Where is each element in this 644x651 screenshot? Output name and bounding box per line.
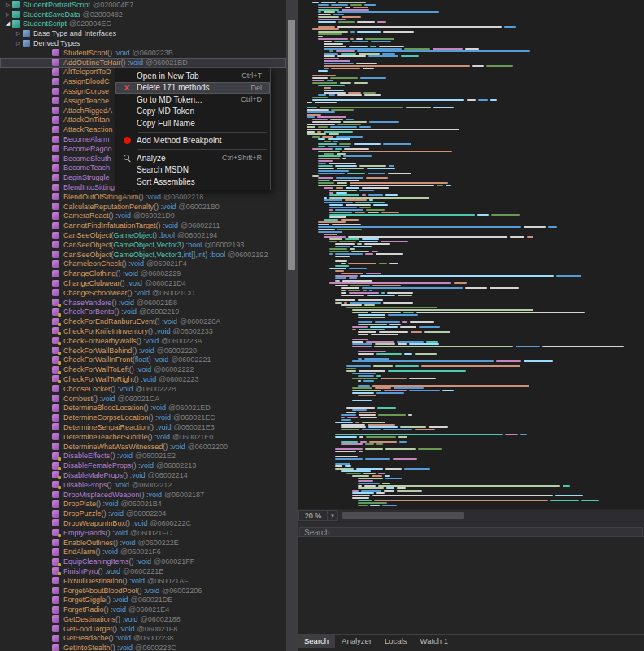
tree-item-method[interactable]: Combust() : void@060021CA bbox=[0, 394, 286, 404]
tree-item-method[interactable]: CheckForWallBehind() : void@06002220 bbox=[0, 346, 286, 356]
method-name: CalculateReputationPenalty bbox=[63, 203, 154, 211]
tree-scrollbar-thumb[interactable] bbox=[288, 20, 295, 270]
return-type: void bbox=[132, 471, 146, 479]
tree-item-class[interactable]: ▷StudentSaveData@02000482 bbox=[0, 10, 286, 20]
tree-item-group[interactable]: ▷Derived Types bbox=[0, 38, 286, 48]
private-lock-icon bbox=[58, 572, 61, 575]
code-hscrollbar-thumb[interactable] bbox=[342, 512, 464, 519]
collapse-icon[interactable]: ◢ bbox=[3, 20, 12, 27]
tree-item-method[interactable]: ForgetRadio() : void@060021E4 bbox=[0, 605, 286, 614]
tree-item-method[interactable]: ChangeClothing() : void@06002229 bbox=[0, 269, 286, 278]
tree-item-method[interactable]: GetFoodTarget() : void@060021F8 bbox=[0, 624, 286, 634]
tree-item-method[interactable]: DisableFemaleProps() : void@06002213 bbox=[0, 461, 286, 470]
tree-item-method[interactable]: DetermineTeacherSubtitle() : void@060021… bbox=[0, 432, 286, 442]
tree-item-method[interactable]: DropPlate() : void@060021B4 bbox=[0, 499, 286, 509]
tree-item-method[interactable]: DetermineWhatWasWitnessed() : void@06002… bbox=[0, 442, 286, 452]
paren: ) : bbox=[124, 59, 130, 67]
return-type: void bbox=[172, 443, 185, 451]
tree-item-method[interactable]: CheckForEndRanburuEvent() : void@0600220… bbox=[0, 317, 286, 326]
tree-item-method[interactable]: CheckForWallToRight() : void@06002223 bbox=[0, 374, 286, 384]
tree-item-method[interactable]: ChangeSchoolwear() : void@060021CD bbox=[0, 288, 286, 298]
tree-item-method[interactable]: ForgetAboutBloodPool() : void@06002206 bbox=[0, 586, 286, 596]
tree-item-class[interactable]: ◢StudentScript@020004EC bbox=[0, 20, 286, 29]
tab-locals[interactable]: Locals bbox=[378, 635, 413, 648]
menu-item-go-to-md-token-[interactable]: Go to MD Token...Ctrl+D bbox=[115, 94, 270, 106]
paren: ) : bbox=[115, 625, 121, 633]
tree-item-method[interactable]: FinishPyro() : void@0600221E bbox=[0, 566, 286, 576]
tree-item-method[interactable]: EndAlarm() : void@060021F6 bbox=[0, 547, 286, 557]
metadata-token: @06002218 bbox=[163, 193, 203, 201]
tree-item-method[interactable]: ChooseLocker() : void@0600222B bbox=[0, 384, 286, 394]
expand-icon[interactable]: ▷ bbox=[14, 30, 23, 37]
tree-item-method[interactable]: FixNullDestination() : void@060021AF bbox=[0, 576, 286, 586]
tree-item-method[interactable]: CheckForNearbyWalls() : void@0600223A bbox=[0, 336, 286, 346]
tree-item-method[interactable]: CheckForBento() : void@06002219 bbox=[0, 308, 286, 317]
zoom-level-control[interactable]: 20 % bbox=[298, 510, 328, 521]
method-icon bbox=[52, 308, 59, 316]
tab-watch-1[interactable]: Watch 1 bbox=[414, 635, 455, 648]
tree-item-method[interactable]: ForgetGiggle() : void@060021DE bbox=[0, 595, 286, 605]
code-horizontal-scrollbar[interactable] bbox=[339, 510, 644, 521]
menu-item-open-in-new-tab[interactable]: Open in New TabCtrl+T bbox=[115, 70, 270, 82]
tree-item-method[interactable]: GetIntoStealth() : void@0600223C bbox=[0, 643, 286, 651]
tab-analyzer[interactable]: Analyzer bbox=[335, 635, 378, 648]
tree-item-method[interactable]: CanSeeObject(GameObject) : bool@06002194 bbox=[0, 230, 286, 240]
metadata-token: @0600223A bbox=[161, 337, 202, 345]
tree-item-method[interactable]: StudentScript() : void@0600223B bbox=[0, 48, 286, 58]
tree-item-method[interactable]: DetermineBloodLocation() : void@060021ED bbox=[0, 403, 286, 413]
menu-item-copy-full-name[interactable]: Copy Full Name bbox=[115, 117, 270, 129]
menu-item-sort-assemblies[interactable]: Sort Assemblies bbox=[115, 176, 270, 188]
tree-item-method[interactable]: ChangeClubwear() : void@060021D4 bbox=[0, 278, 286, 288]
private-lock-icon bbox=[58, 476, 61, 479]
tree-item-method[interactable]: CannotFindInfatuationTarget() : void@060… bbox=[0, 221, 286, 230]
menu-item-label: Sort Assemblies bbox=[137, 177, 262, 186]
param-type: int[] bbox=[184, 251, 196, 259]
method-icon bbox=[52, 136, 59, 143]
metadata-token: @06002221 bbox=[171, 356, 211, 364]
menu-item-delete-171-methods[interactable]: ×Delete 171 methodsDel bbox=[115, 82, 270, 94]
param-type: GameObject bbox=[114, 251, 155, 259]
paren: ) : bbox=[123, 279, 129, 287]
tab-search[interactable]: Search bbox=[298, 635, 335, 648]
expand-icon[interactable]: ▷ bbox=[3, 11, 12, 18]
tree-item-group[interactable]: ▷Base Type and Interfaces bbox=[0, 28, 286, 38]
tree-item-class[interactable]: ▷StudentPortraitScript@020004E7 bbox=[0, 0, 286, 10]
tree-item-method[interactable]: GetHeadache() : void@06002238 bbox=[0, 634, 286, 644]
tree-item-method[interactable]: AddOutlineToHair() : void@060021BD bbox=[0, 58, 286, 68]
tree-item-method[interactable]: ChaseYandere() : void@060021B8 bbox=[0, 298, 286, 308]
menu-item-analyze[interactable]: AnalyzeCtrl+Shift+R bbox=[115, 152, 270, 164]
tree-item-method[interactable]: DropPuzzle() : void@06002204 bbox=[0, 509, 286, 518]
tree-item-method[interactable]: DropMisplacedWeapon() : void@06002187 bbox=[0, 490, 286, 500]
method-icon bbox=[52, 241, 59, 248]
menu-item-add-method-breakpoint[interactable]: Add Method Breakpoint bbox=[115, 135, 270, 147]
tree-scrollbar[interactable] bbox=[286, 0, 297, 651]
tree-item-method[interactable]: ChameleonCheck() : void@060021F4 bbox=[0, 260, 286, 269]
expand-icon[interactable]: ▷ bbox=[3, 2, 12, 8]
zoom-dropdown-button[interactable]: ▾ bbox=[328, 510, 338, 521]
tree-item-method[interactable]: GetDestinations() : void@06002188 bbox=[0, 614, 286, 624]
tree-item-method[interactable]: DropWeaponInBox() : void@0600222C bbox=[0, 518, 286, 528]
menu-item-copy-md-token[interactable]: Copy MD Token bbox=[115, 106, 270, 118]
metadata-token: @06002223 bbox=[159, 375, 198, 383]
tree-item-method[interactable]: EquipCleaningItems() : void@060021FF bbox=[0, 557, 286, 566]
tree-item-method[interactable]: DetermineCorpseLocation() : void@060021E… bbox=[0, 413, 286, 422]
return-type: void bbox=[138, 365, 152, 374]
tree-item-method[interactable]: CameraReact() : void@060021D9 bbox=[0, 212, 286, 221]
menu-item-search-msdn[interactable]: Search MSDN bbox=[115, 164, 270, 177]
tree-item-method[interactable]: CanSeeObject(GameObject, Vector3) : bool… bbox=[0, 240, 286, 250]
tree-item-method[interactable]: CalculateReputationPenalty() : void@0600… bbox=[0, 202, 286, 212]
paren: ) : bbox=[104, 509, 111, 518]
tree-item-method[interactable]: CheckForWallToLeft() : void@06002222 bbox=[0, 365, 286, 374]
tree-item-method[interactable]: DisableEffects() : void@060021E2 bbox=[0, 451, 286, 461]
tree-item-method[interactable]: EmptyHands() : void@060021FC bbox=[0, 528, 286, 538]
tree-item-method[interactable]: DisableMaleProps() : void@06002214 bbox=[0, 470, 286, 480]
return-type: void bbox=[105, 500, 119, 508]
tree-item-method[interactable]: DetermineSenpaiReaction() : void@060021E… bbox=[0, 422, 286, 432]
tree-item-method[interactable]: BlendOutOfSittingAnim() : void@06002218 bbox=[0, 192, 286, 202]
expand-icon[interactable]: ▷ bbox=[14, 40, 23, 46]
tree-item-method[interactable]: CheckForKnifeInInventory() : void@060022… bbox=[0, 326, 286, 336]
tree-item-method[interactable]: CheckForWallInFront(float) : void@060022… bbox=[0, 355, 286, 365]
tree-item-method[interactable]: EnableOutlines() : void@0600222E bbox=[0, 538, 286, 548]
tree-item-method[interactable]: CanSeeObject(GameObject, Vector3, int[],… bbox=[0, 250, 286, 260]
tree-item-method[interactable]: DisableProps() : void@06002212 bbox=[0, 480, 286, 490]
